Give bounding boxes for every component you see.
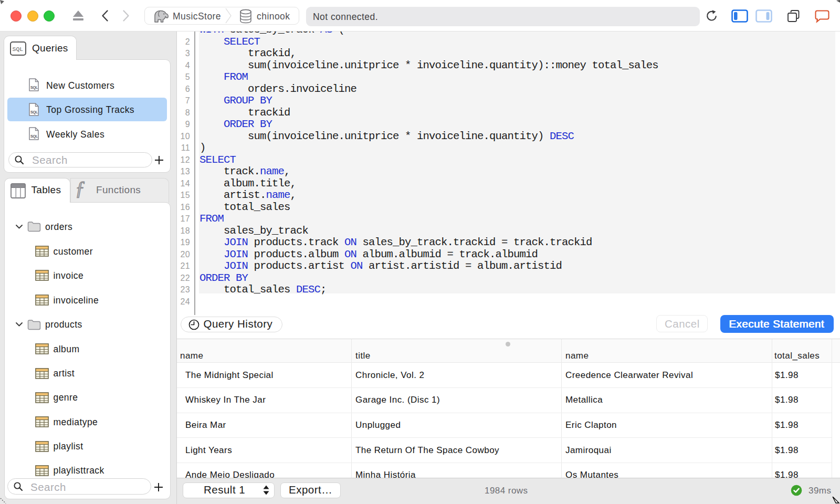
svg-text:SQL: SQL [30, 85, 38, 90]
svg-text:SQL: SQL [30, 110, 38, 114]
svg-text:SQL: SQL [30, 134, 38, 139]
